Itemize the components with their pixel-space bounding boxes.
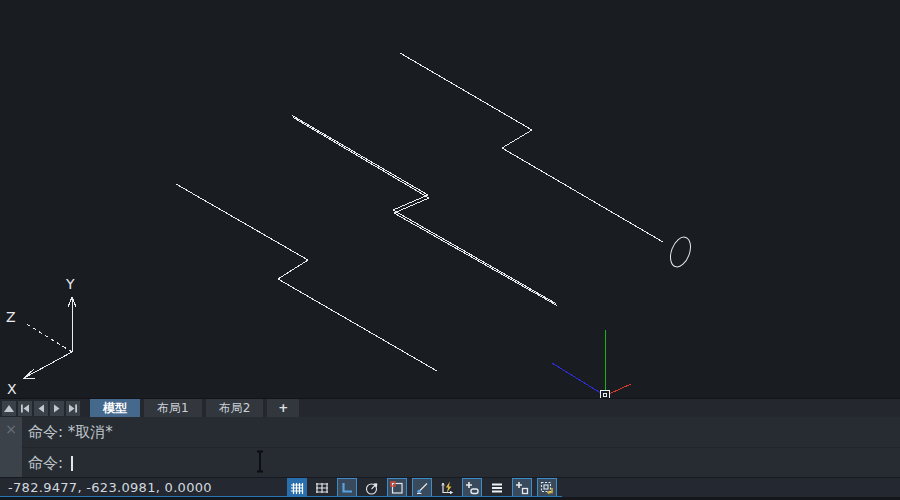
last-tab-icon[interactable]: [66, 401, 80, 416]
drawing-canvas[interactable]: YXZ: [0, 0, 900, 398]
zigzag-line-top: [400, 53, 663, 242]
ortho-icon[interactable]: [337, 478, 357, 497]
expand-tabs-icon[interactable]: [2, 401, 16, 416]
previous-tab-icon[interactable]: [34, 401, 48, 416]
origin-marker-outer: [600, 390, 609, 398]
lineweight-icon[interactable]: [462, 478, 482, 497]
add-layout-tab[interactable]: +: [267, 399, 299, 418]
text-caret: [71, 456, 73, 471]
command-prompt-text: 命令:: [28, 454, 63, 472]
transparency-icon[interactable]: [487, 478, 507, 497]
pipe-end-ellipse: [667, 234, 695, 269]
command-history-line: 命令: *取消*: [22, 417, 900, 447]
ucs-z-label: Z: [6, 309, 16, 325]
tab-model[interactable]: 模型: [90, 399, 140, 418]
sheet-tab-bar: 模型 布局1 布局2 +: [0, 398, 900, 417]
dynamic-input-icon[interactable]: [437, 478, 457, 497]
first-tab-icon[interactable]: [18, 401, 32, 416]
ucs-x-axis: [24, 352, 72, 378]
zigzag-double-line-middle: [293, 116, 556, 305]
next-tab-icon[interactable]: [50, 401, 64, 416]
object-snap-icon[interactable]: [387, 478, 407, 497]
command-gutter: ×: [0, 417, 22, 477]
command-history-text: 命令: *取消*: [28, 423, 113, 441]
command-input-line[interactable]: 命令:: [22, 447, 900, 477]
drawing-svg: YXZ: [0, 0, 900, 398]
ibeam-cursor: [254, 450, 266, 477]
snap-icon[interactable]: [287, 478, 307, 497]
close-icon[interactable]: ×: [4, 422, 18, 436]
selection-cycling-icon[interactable]: [512, 478, 532, 497]
command-rows: 命令: *取消* 命令:: [22, 417, 900, 477]
tab-list: 模型 布局1 布局2 +: [90, 399, 299, 418]
polar-tracking-icon[interactable]: [362, 478, 382, 497]
coordinates-readout[interactable]: -782.9477, -623.0981, 0.0000: [8, 480, 212, 496]
ucs-y-label: Y: [65, 276, 75, 292]
zigzag-line-bottom: [176, 184, 437, 371]
command-panel: × 命令: *取消* 命令:: [0, 417, 900, 477]
status-icon-row: [287, 478, 557, 497]
ucs-x-label: X: [7, 381, 17, 397]
annotation-scale-icon[interactable]: [537, 478, 557, 497]
tab-layout2[interactable]: 布局2: [206, 399, 264, 418]
grid-icon[interactable]: [312, 478, 332, 497]
tab-layout1[interactable]: 布局1: [144, 399, 202, 418]
object-snap-tracking-icon[interactable]: [412, 478, 432, 497]
status-bar: -782.9477, -623.0981, 0.0000: [0, 477, 900, 500]
ucs-z-axis: [25, 323, 72, 352]
